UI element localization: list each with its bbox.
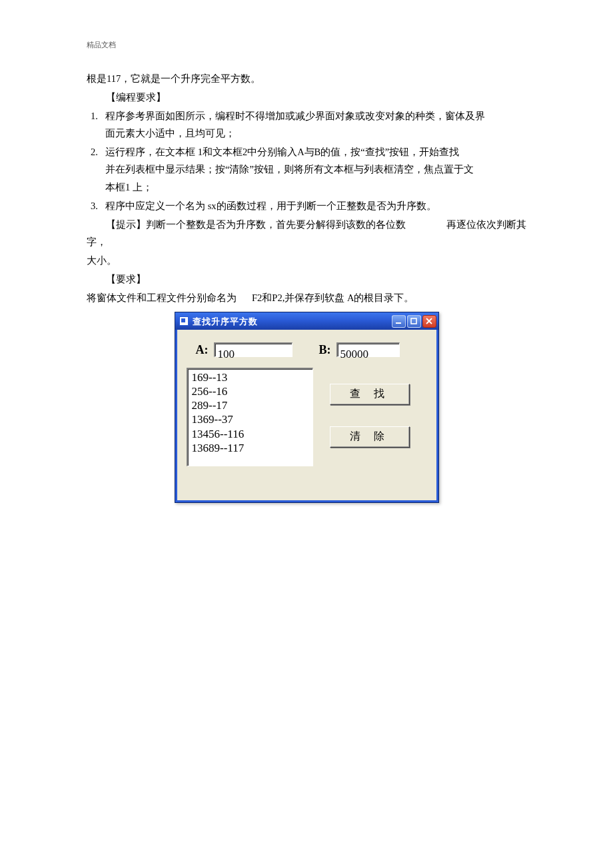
textbox-b[interactable]: 50000	[336, 342, 400, 357]
req-item-text: 程序参考界面如图所示，编程时不得增加或减少界面对象或改变对象的种类，窗体及界	[105, 107, 526, 125]
list-item[interactable]: 289--17	[192, 398, 308, 412]
window-client: A: 100 B: 50000 169--13 256--16 289--17 …	[175, 330, 438, 502]
list-number: 2.	[91, 143, 105, 195]
list-number: 1.	[91, 107, 105, 142]
save-text-b: F2和P2,并保存到软盘 A的根目录下。	[240, 289, 414, 306]
tip-tail: 大小。	[87, 252, 526, 269]
intro-line: 根是117，它就是一个升序完全平方数。	[87, 70, 526, 87]
req-item-text: 并在列表框中显示结果；按“清除”按钮，则将所有文本框与列表框清空，焦点置于文	[105, 161, 526, 178]
save-line: 将窗体文件和工程文件分别命名为 F2和P2,并保存到软盘 A的根目录下。	[87, 289, 526, 306]
list-item[interactable]: 169--13	[192, 370, 308, 384]
maximize-button[interactable]	[407, 315, 421, 328]
req-item-2: 2. 运行程序，在文本框 1和文本框2中分别输入A与B的值，按“查找”按钮，开始…	[91, 143, 526, 195]
list-item[interactable]: 13456--116	[192, 427, 308, 441]
req-heading: 【编程要求】	[87, 89, 526, 106]
svg-rect-1	[411, 318, 416, 324]
tip-line: 【提示】判断一个整数是否为升序数，首先要分解得到该数的各位数字， 再逐位依次判断…	[87, 216, 526, 250]
vb-window: 查找升序平方数 A: 100 B:	[175, 312, 439, 503]
page-header: 精品文档	[87, 40, 526, 50]
clear-button[interactable]: 清 除	[330, 426, 410, 448]
titlebar[interactable]: 查找升序平方数	[175, 312, 438, 330]
save-text-a: 将窗体文件和工程文件分别命名为	[87, 289, 240, 306]
svg-rect-0	[396, 322, 401, 324]
list-item[interactable]: 256--16	[192, 384, 308, 398]
app-icon	[179, 316, 189, 326]
list-number: 3.	[91, 197, 105, 215]
req-item-3: 3. 程序中应定义一个名为 sx的函数过程，用于判断一个正整数是否为升序数。	[91, 197, 526, 215]
list-item[interactable]: 13689--117	[192, 441, 308, 455]
label-a: A:	[196, 339, 209, 360]
list-item[interactable]: 1369--37	[192, 412, 308, 426]
tip-right: 再逐位依次判断其	[408, 216, 526, 250]
req-item-text: 运行程序，在文本框 1和文本框2中分别输入A与B的值，按“查找”按钮，开始查找	[105, 143, 526, 161]
req-item-text: 面元素大小适中，且均可见；	[105, 125, 526, 142]
find-button[interactable]: 查 找	[330, 384, 410, 405]
window-title: 查找升序平方数	[193, 314, 390, 329]
label-b: B:	[319, 339, 331, 360]
result-listbox[interactable]: 169--13 256--16 289--17 1369--37 13456--…	[187, 368, 313, 466]
close-button[interactable]	[422, 315, 436, 328]
req-item-text: 本框1 上；	[105, 179, 526, 196]
req-item-text: 程序中应定义一个名为 sx的函数过程，用于判断一个正整数是否为升序数。	[105, 197, 526, 215]
textbox-a[interactable]: 100	[214, 342, 293, 357]
minimize-button[interactable]	[392, 315, 406, 328]
tip-left: 【提示】判断一个整数是否为升序数，首先要分解得到该数的各位数字，	[87, 216, 408, 250]
req-item-1: 1. 程序参考界面如图所示，编程时不得增加或减少界面对象或改变对象的种类，窗体及…	[91, 107, 526, 142]
yq-heading: 【要求】	[87, 270, 526, 288]
